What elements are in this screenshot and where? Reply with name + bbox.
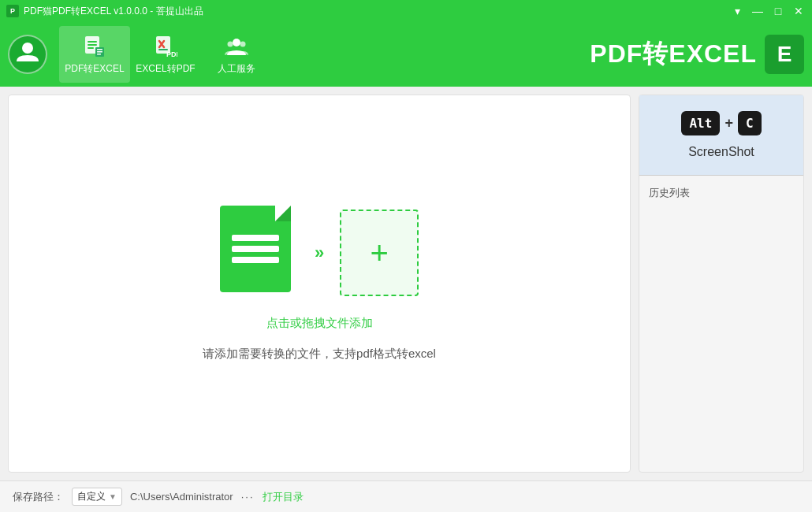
avatar-icon (15, 39, 40, 70)
svg-rect-8 (97, 54, 101, 55)
plus-icon: + (370, 237, 388, 269)
brand-title: PDF转EXCEL (590, 37, 757, 72)
svg-point-12 (233, 39, 240, 46)
add-file-hint[interactable]: 点击或拖拽文件添加 (266, 316, 373, 331)
nav-pdf-to-excel[interactable]: PDF转EXCEL (59, 26, 130, 83)
c-key-badge: C (738, 111, 762, 135)
doc-line-1 (232, 235, 279, 241)
doc-line-3 (232, 257, 279, 263)
history-section: 历史列表 (639, 176, 803, 472)
content-area[interactable]: » + 点击或拖拽文件添加 请添加需要转换的文件，支持pdf格式转excel (8, 95, 631, 473)
titlebar-controls: ▾ — □ ✕ (730, 4, 806, 18)
path-type-value: 自定义 (77, 490, 106, 503)
open-directory-button[interactable]: 打开目录 (263, 490, 304, 504)
excel-to-pdf-icon: PDF (153, 34, 178, 59)
support-text: 请添加需要转换的文件，支持pdf格式转excel (203, 347, 436, 362)
path-dots[interactable]: ··· (241, 491, 255, 503)
titlebar-left: P PDF猫PDF转EXCEL v1.0.0.0 - 菩提山出品 (6, 5, 203, 18)
nav-manual-service-label: 人工服务 (218, 62, 255, 76)
nav-manual-service[interactable]: 人工服务 (201, 26, 272, 83)
arrow-icon: » (315, 243, 324, 263)
svg-rect-2 (88, 41, 97, 43)
pdf-to-excel-icon (82, 34, 107, 59)
screenshot-area: Alt + C ScreenShot (639, 95, 803, 176)
drop-zone[interactable]: + (340, 210, 419, 296)
svg-rect-4 (88, 47, 94, 49)
save-path-label: 保存路径： (13, 490, 64, 504)
select-arrow-icon: ▼ (109, 492, 117, 501)
manual-service-icon (224, 34, 249, 59)
titlebar: P PDF猫PDF转EXCEL v1.0.0.0 - 菩提山出品 ▾ — □ ✕ (0, 0, 812, 22)
close-button[interactable]: ✕ (792, 4, 806, 18)
brand-area: PDF转EXCEL E (590, 35, 804, 74)
shortcut-display: Alt + C (681, 111, 761, 135)
pdf-doc-corner (275, 206, 291, 221)
maximize-button[interactable]: □ (771, 4, 785, 18)
toolbar: PDF转EXCEL PDF EXCEL转PDF 人工服务 P (0, 22, 812, 87)
nav-excel-to-pdf-label: EXCEL转PDF (136, 62, 195, 76)
history-title: 历史列表 (649, 187, 690, 198)
nav-pdf-to-excel-label: PDF转EXCEL (65, 62, 124, 76)
svg-rect-3 (88, 44, 97, 46)
right-panel: Alt + C ScreenShot 历史列表 (639, 95, 804, 473)
nav-excel-to-pdf[interactable]: PDF EXCEL转PDF (130, 26, 201, 83)
screenshot-label: ScreenShot (688, 145, 754, 159)
svg-point-0 (22, 43, 33, 54)
svg-point-13 (228, 41, 233, 46)
svg-text:PDF: PDF (166, 50, 177, 58)
minimize-button[interactable]: — (751, 4, 765, 18)
pdf-doc-body (220, 206, 291, 292)
app-icon: P (6, 5, 19, 17)
alt-key-badge: Alt (681, 111, 720, 135)
pdf-file-icon (220, 206, 299, 300)
svg-point-14 (240, 41, 246, 46)
avatar[interactable] (8, 35, 47, 74)
path-type-select[interactable]: 自定义 ▼ (72, 488, 122, 506)
doc-line-2 (232, 246, 279, 252)
svg-rect-6 (97, 49, 102, 50)
svg-rect-7 (97, 51, 102, 53)
drop-zone-container: » + (220, 206, 419, 300)
plus-connector: + (724, 115, 733, 132)
brand-icon: E (765, 35, 804, 74)
pin-button[interactable]: ▾ (730, 4, 744, 18)
bottombar: 保存路径： 自定义 ▼ C:\Users\Administrator ··· 打… (0, 480, 812, 512)
path-value: C:\Users\Administrator (130, 491, 233, 503)
app-title: PDF猫PDF转EXCEL v1.0.0.0 - 菩提山出品 (24, 5, 203, 18)
main: » + 点击或拖拽文件添加 请添加需要转换的文件，支持pdf格式转excel A… (0, 87, 812, 480)
